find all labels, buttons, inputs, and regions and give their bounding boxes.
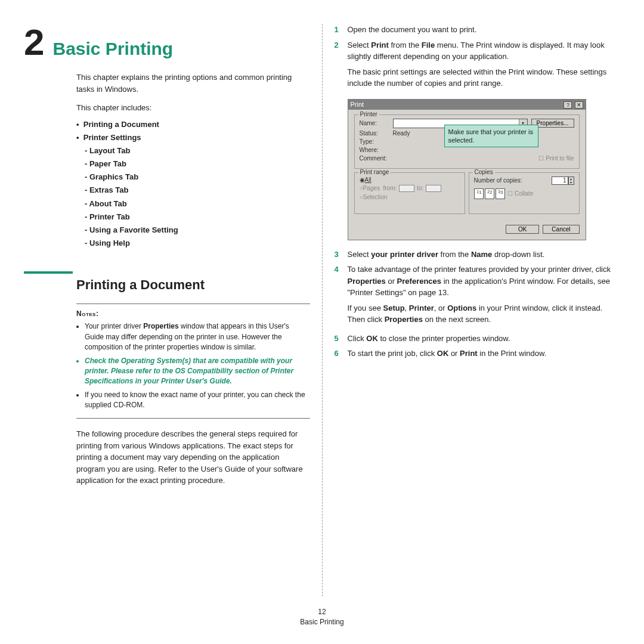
step-item: 6 To start the print job, click OK or Pr… [335, 348, 621, 360]
step-item: 3 Select your printer driver from the Na… [335, 249, 621, 261]
page-icon: 33 [496, 188, 505, 199]
toc-subitem: - Paper Tab [85, 157, 310, 171]
step-item: 1 Open the document you want to print. [335, 24, 621, 36]
procedure-intro: The following procedure describes the ge… [76, 428, 310, 487]
step-body: To start the print job, click OK or Prin… [348, 348, 621, 360]
chapter-intro: This chapter explains the printing optio… [76, 72, 310, 95]
step-number: 6 [335, 348, 348, 360]
dialog-title: Print [351, 101, 364, 108]
step-list-cont: 3 Select your printer driver from the Na… [335, 249, 621, 360]
step-body: Open the document you want to print. [348, 24, 621, 36]
toc-subitem: - Layout Tab [85, 144, 310, 157]
chapter-header: 2 Basic Printing [24, 24, 310, 61]
fieldset-legend: Copies [473, 169, 495, 175]
toc-subitem: - About Tab [85, 197, 310, 210]
cancel-button[interactable]: Cancel [543, 225, 579, 234]
toc-item: • Printer Settings [76, 131, 310, 144]
chapter-toc: • Printing a Document • Printer Settings… [76, 118, 310, 250]
toc-subitem: - Extras Tab [85, 184, 310, 197]
section-title: Printing a Document [76, 277, 310, 293]
step-number: 4 [335, 264, 348, 329]
ok-button[interactable]: OK [506, 225, 539, 234]
toc-subitem: - Graphics Tab [85, 171, 310, 184]
step-number: 5 [335, 333, 348, 345]
chapter-number: 2 [24, 24, 44, 61]
fieldset-legend: Print range [358, 169, 391, 175]
note-item: If you need to know the exact name of yo… [85, 390, 310, 411]
fieldset-legend: Printer [358, 111, 379, 117]
step-list: 1 Open the document you want to print. 2… [335, 24, 621, 93]
step-body: Click OK to close the printer properties… [348, 333, 621, 345]
callout-box: Make sure that your printer is selected. [444, 125, 538, 148]
page-icon: 22 [485, 188, 494, 199]
dialog-titlebar: Print ? ✕ [348, 100, 586, 110]
print-to-file-checkbox[interactable]: ☐ Print to file [538, 155, 574, 162]
page-footer: 12 Basic Printing [0, 607, 644, 627]
step-item: 5 Click OK to close the printer properti… [335, 333, 621, 345]
copies-label: Number of copies: [474, 177, 522, 184]
name-label: Name: [360, 120, 393, 126]
toc-item: • Printing a Document [76, 118, 310, 131]
step-item: 4 To take advantage of the printer featu… [335, 264, 621, 329]
note-item: Your printer driver Properties window th… [85, 321, 310, 352]
copies-fieldset: Copies Number of copies: 1 ▴▾ 11 22 33 ☐… [469, 172, 580, 214]
page-number: 12 [0, 607, 644, 617]
printer-fieldset: Printer Name: ▾ Properties... Status:Rea… [354, 114, 580, 169]
page-icon: 11 [474, 188, 484, 199]
print-dialog-screenshot: Print ? ✕ Printer Name: ▾ Properties... … [348, 99, 586, 240]
toc-subitem: - Printer Tab [85, 210, 310, 224]
copies-input[interactable]: 1 [552, 177, 568, 185]
toc-subitem: - Using Help [85, 237, 310, 250]
where-label: Where: [360, 147, 393, 153]
status-value: Ready [393, 130, 410, 137]
close-icon[interactable]: ✕ [575, 101, 583, 109]
comment-label: Comment: [360, 155, 393, 162]
notes-heading: Notes: [76, 309, 310, 319]
type-label: Type: [360, 138, 393, 145]
note-item-highlight: Check the Operating System(s) that are c… [85, 356, 310, 387]
status-label: Status: [360, 130, 393, 137]
print-range-fieldset: Print range All Pages from:to: Selection [354, 172, 465, 214]
step-item: 2 Select Print from the File menu. The P… [335, 39, 621, 93]
step-number: 3 [335, 249, 348, 261]
footer-title: Basic Printing [0, 617, 644, 627]
includes-label: This chapter includes: [76, 103, 310, 112]
step-body: Select your printer driver from the Name… [348, 249, 621, 261]
radio-all[interactable] [360, 177, 365, 183]
section-rule [24, 271, 73, 274]
step-body: Select Print from the File menu. The Pri… [348, 39, 621, 93]
notes-box: Notes: Your printer driver Properties wi… [76, 304, 310, 419]
step-body: To take advantage of the printer feature… [348, 264, 621, 329]
chapter-title: Basic Printing [52, 40, 173, 58]
collate-checkbox[interactable]: ☐ Collate [506, 190, 534, 197]
toc-subitem: - Using a Favorite Setting [85, 224, 310, 237]
step-number: 1 [335, 24, 348, 36]
spinner-icon[interactable]: ▴▾ [568, 177, 574, 185]
step-number: 2 [335, 39, 348, 93]
help-icon[interactable]: ? [564, 101, 572, 109]
